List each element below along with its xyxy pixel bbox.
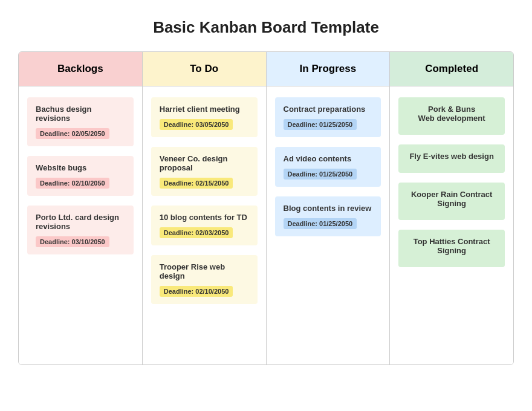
col-header-completed: Completed xyxy=(390,52,513,86)
card-deadline: Deadline: 01/25/2050 xyxy=(284,169,357,180)
col-body-completed: Pork & BunsWeb developmentFly E-vites we… xyxy=(390,86,513,364)
board-header: Backlogs To Do In Progress Completed xyxy=(19,52,513,86)
card-deadline: Deadline: 02/15/2050 xyxy=(160,178,233,189)
card-title: Harriet client meeting xyxy=(160,105,249,114)
todo-card-0[interactable]: Harriet client meeting Deadline: 03/05/2… xyxy=(151,97,258,137)
card-title: Trooper Rise web design xyxy=(160,262,249,280)
completed-card-3[interactable]: Top Hatties Contract Signing xyxy=(398,230,505,267)
card-deadline: Deadline: 02/03/2050 xyxy=(160,227,233,238)
todo-card-2[interactable]: 10 blog contents for TD Deadline: 02/03/… xyxy=(151,206,258,245)
card-title: Ad video contents xyxy=(284,154,373,163)
card-deadline: Deadline: 01/25/2050 xyxy=(284,119,357,130)
card-title: Porto Ltd. card design revisions xyxy=(36,213,125,231)
todo-card-1[interactable]: Veneer Co. design proposal Deadline: 02/… xyxy=(151,147,258,196)
card-title: Top Hatties Contract Signing xyxy=(407,237,496,255)
card-title: Website bugs xyxy=(36,163,125,172)
inprogress-card-0[interactable]: Contract preparations Deadline: 01/25/20… xyxy=(275,97,381,137)
col-body-todo: Harriet client meeting Deadline: 03/05/2… xyxy=(143,86,267,364)
card-deadline: Deadline: 02/10/2050 xyxy=(36,178,109,189)
col-header-backlogs: Backlogs xyxy=(19,52,143,86)
backlogs-card-0[interactable]: Bachus design revisions Deadline: 02/05/… xyxy=(27,97,134,146)
card-title: Fly E-vites web design xyxy=(407,152,496,161)
card-title: Contract preparations xyxy=(284,105,373,114)
inprogress-card-2[interactable]: Blog contents in review Deadline: 01/25/… xyxy=(275,196,381,236)
card-deadline: Deadline: 03/10/2050 xyxy=(36,236,109,247)
col-body-backlogs: Bachus design revisions Deadline: 02/05/… xyxy=(19,86,143,364)
card-deadline: Deadline: 03/05/2050 xyxy=(160,119,233,130)
board-body: Bachus design revisions Deadline: 02/05/… xyxy=(19,86,513,364)
page-title: Basic Kanban Board Template xyxy=(153,18,379,37)
card-title: Veneer Co. design proposal xyxy=(160,154,249,172)
inprogress-card-1[interactable]: Ad video contents Deadline: 01/25/2050 xyxy=(275,147,381,187)
backlogs-card-2[interactable]: Porto Ltd. card design revisions Deadlin… xyxy=(27,206,134,254)
card-deadline: Deadline: 01/25/2050 xyxy=(284,218,357,229)
card-title: Bachus design revisions xyxy=(36,105,125,123)
backlogs-card-1[interactable]: Website bugs Deadline: 02/10/2050 xyxy=(27,156,134,196)
card-deadline: Deadline: 02/10/2050 xyxy=(160,286,233,297)
card-title: Kooper Rain Contract Signing xyxy=(407,190,496,208)
col-body-inprogress: Contract preparations Deadline: 01/25/20… xyxy=(267,86,391,364)
card-title: Pork & BunsWeb development xyxy=(407,105,496,123)
todo-card-3[interactable]: Trooper Rise web design Deadline: 02/10/… xyxy=(151,255,258,304)
completed-card-1[interactable]: Fly E-vites web design xyxy=(398,144,505,173)
col-header-inprogress: In Progress xyxy=(267,52,391,86)
kanban-board: Backlogs To Do In Progress Completed Bac… xyxy=(18,51,514,365)
card-deadline: Deadline: 02/05/2050 xyxy=(36,128,109,139)
card-title: 10 blog contents for TD xyxy=(160,213,249,222)
col-header-todo: To Do xyxy=(143,52,267,86)
completed-card-2[interactable]: Kooper Rain Contract Signing xyxy=(398,183,505,220)
completed-card-0[interactable]: Pork & BunsWeb development xyxy=(398,97,505,135)
card-title: Blog contents in review xyxy=(284,204,373,213)
